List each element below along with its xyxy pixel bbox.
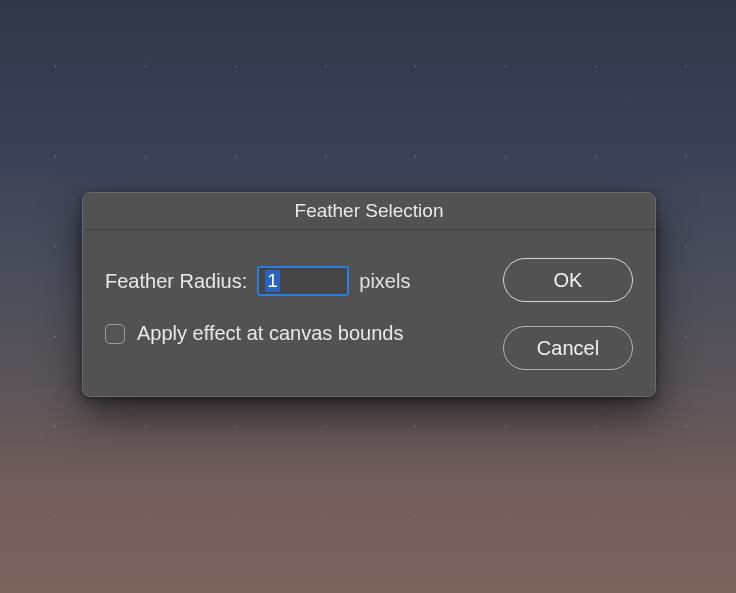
dialog-title: Feather Selection <box>295 200 444 222</box>
feather-radius-row: Feather Radius: 1 pixels <box>105 266 503 296</box>
dialog-buttons: OK Cancel <box>503 248 633 370</box>
dialog-titlebar: Feather Selection <box>83 193 655 230</box>
feather-radius-label: Feather Radius: <box>105 270 247 293</box>
apply-at-bounds-row[interactable]: Apply effect at canvas bounds <box>105 322 503 345</box>
apply-at-bounds-checkbox[interactable] <box>105 324 125 344</box>
cancel-button-label: Cancel <box>537 337 599 360</box>
dialog-body: Feather Radius: 1 pixels Apply effect at… <box>83 230 655 396</box>
ok-button[interactable]: OK <box>503 258 633 302</box>
apply-at-bounds-label: Apply effect at canvas bounds <box>137 322 403 345</box>
dialog-controls: Feather Radius: 1 pixels Apply effect at… <box>105 248 503 370</box>
feather-radius-unit: pixels <box>359 270 410 293</box>
cancel-button[interactable]: Cancel <box>503 326 633 370</box>
feather-selection-dialog: Feather Selection Feather Radius: 1 pixe… <box>82 192 656 397</box>
feather-radius-value: 1 <box>265 270 280 292</box>
ok-button-label: OK <box>554 269 583 292</box>
feather-radius-input[interactable]: 1 <box>257 266 349 296</box>
